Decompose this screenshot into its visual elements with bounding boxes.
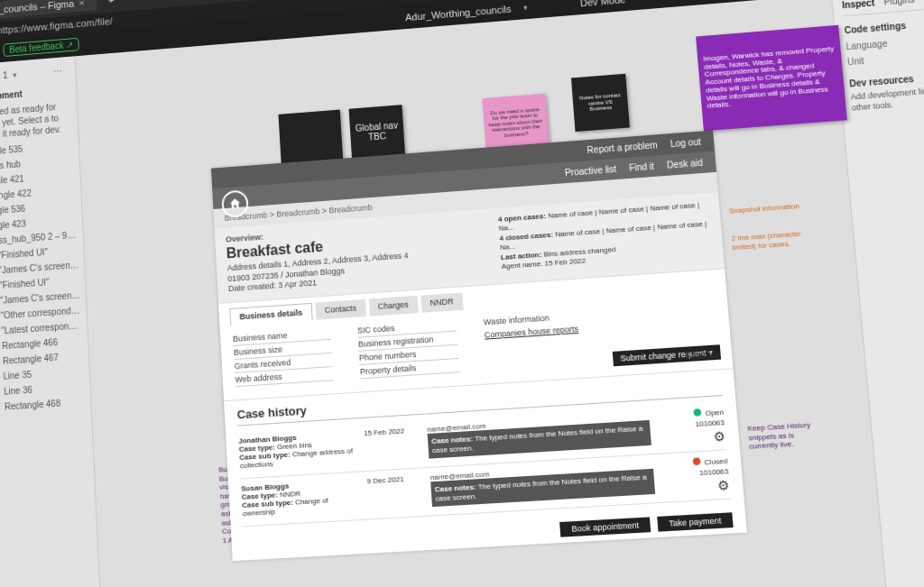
sticky-notes-for[interactable]: Notes for contact centre VS Business [571, 74, 630, 132]
annotation-snapshot-b: 2 line max (character limited) for cases… [731, 228, 826, 252]
case-snapshot: 4 open cases: Name of case | Name of cas… [498, 200, 713, 276]
language-label: Language [845, 39, 888, 52]
gear-icon[interactable]: ⚙ [713, 428, 726, 444]
sticky-global-nav[interactable]: Global nav TBC [349, 105, 405, 158]
inspect-tab[interactable]: Inspect [842, 0, 875, 10]
prototype-frame[interactable]: Report a problem Log out Proactive list … [211, 131, 747, 562]
case-ref: 1010063 [699, 467, 729, 477]
take-payment-button[interactable]: Take payment [657, 512, 734, 531]
case-status-closed: Closed [704, 457, 728, 467]
new-tab-button[interactable]: + [103, 0, 119, 6]
deskaid-link[interactable]: Desk aid [667, 158, 704, 170]
annotation-keep-history: Keep Case History snippets as is current… [747, 420, 825, 452]
figma-canvas[interactable]: Global nav TBC Do we need a space for th… [75, 0, 892, 587]
findit-link[interactable]: Find it [629, 161, 654, 173]
gear-icon[interactable]: ⚙ [716, 478, 730, 494]
case-status-open: Open [705, 408, 724, 418]
book-appointment-button[interactable]: Book appointment [560, 517, 651, 537]
dev-mode-toggle[interactable]: Dev Mode [579, 0, 625, 8]
figma-file-title[interactable]: Adur_Worthing_councils [405, 3, 512, 22]
case-date: 15 Feb 2022 [364, 426, 420, 465]
annotation-snapshot-a: Snapshot information [729, 202, 800, 216]
report-problem-link[interactable]: Report a problem [587, 140, 658, 155]
filter-by-label[interactable]: Filter by [685, 350, 719, 362]
plugins-tab[interactable]: Plugins [883, 0, 915, 7]
logout-link[interactable]: Log out [670, 137, 701, 150]
case-date: 9 Dec 2021 [366, 474, 423, 514]
beta-badge[interactable]: Beta feedback ↗ [3, 38, 79, 57]
chevron-down-icon[interactable]: ▾ [523, 3, 529, 12]
page-label: Page 1 [0, 70, 7, 82]
sticky-purple-changes[interactable]: Imogen, Warwick has removed Property det… [696, 25, 847, 132]
close-tab-icon[interactable]: × [79, 0, 85, 8]
unit-label: Unit [847, 56, 864, 67]
more-icon[interactable]: ⋯ [53, 66, 63, 76]
proactive-link[interactable]: Proactive list [565, 164, 617, 178]
case-ref: 1010063 [695, 418, 725, 428]
tab-title: ing_councils – Figma [0, 0, 74, 16]
